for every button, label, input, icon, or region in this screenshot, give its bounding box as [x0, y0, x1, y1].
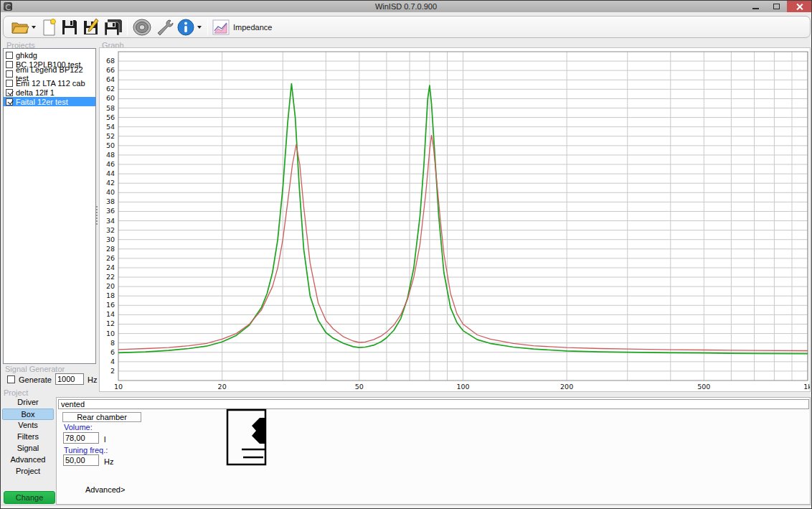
y-tick-label: 68	[106, 57, 115, 65]
save-as-button[interactable]	[80, 17, 102, 37]
y-tick-label: 26	[106, 254, 115, 262]
open-project-button[interactable]	[9, 17, 31, 37]
tab-box[interactable]: Box	[2, 408, 54, 420]
y-tick-label: 54	[106, 123, 115, 131]
project-checkbox[interactable]	[6, 80, 13, 87]
y-tick-label: 66	[106, 66, 115, 74]
open-folder-icon	[11, 19, 29, 36]
toolbar-separator	[207, 19, 208, 36]
project-list-item[interactable]: emi Legend BP122 test	[4, 69, 95, 78]
close-icon	[796, 4, 803, 10]
projects-list: ghkdgBC 12PLB100 testemi Legend BP122 te…	[3, 48, 96, 364]
project-tabs: DriverBoxVentsFiltersSignalAdvancedProje…	[1, 397, 55, 477]
project-list-item[interactable]: delta 12lf 1	[4, 88, 95, 97]
y-tick-label: 50	[106, 141, 115, 149]
project-checkbox[interactable]	[6, 52, 13, 59]
generate-checkbox[interactable]	[7, 375, 15, 383]
new-project-button[interactable]	[39, 17, 59, 37]
y-tick-label: 42	[106, 179, 115, 187]
save-button[interactable]	[59, 17, 80, 37]
minimize-button[interactable]	[745, 1, 766, 12]
y-tick-label: 38	[106, 197, 115, 205]
minimize-icon	[752, 8, 759, 9]
generate-label: Generate	[19, 375, 52, 384]
save-all-button[interactable]	[102, 17, 124, 37]
x-tick-label: 100	[456, 383, 469, 391]
x-tick-label: 50	[355, 383, 364, 391]
y-tick-label: 64	[106, 75, 115, 83]
open-dropdown-arrow-icon[interactable]	[32, 26, 36, 29]
new-file-icon	[40, 18, 57, 37]
wrench-icon	[155, 18, 174, 37]
tab-vents[interactable]: Vents	[2, 420, 54, 431]
diagram-speaker-cone	[252, 418, 260, 444]
project-label: delta 12lf 1	[16, 88, 55, 97]
about-button[interactable]	[175, 17, 197, 37]
advanced-link[interactable]: Advanced>	[85, 485, 125, 494]
signal-frequency-unit: Hz	[88, 375, 97, 384]
save-floppy-icon	[60, 18, 79, 37]
y-tick-label: 14	[106, 310, 115, 318]
titlebar: WinISD 0.7.0.900	[1, 1, 811, 12]
tab-filters[interactable]: Filters	[2, 431, 54, 443]
y-tick-label: 22	[106, 273, 115, 281]
y-tick-label: 62	[106, 85, 115, 93]
tab-driver[interactable]: Driver	[2, 397, 54, 408]
signal-frequency-input[interactable]	[55, 373, 84, 385]
project-label: ghkdg	[16, 51, 37, 60]
impedance-chart-icon	[212, 19, 230, 35]
y-tick-label: 58	[106, 104, 115, 112]
y-tick-label: 40	[106, 188, 115, 196]
box-type-field[interactable]	[58, 399, 809, 409]
project-checkbox[interactable]	[6, 98, 13, 106]
change-button[interactable]: Change	[4, 491, 55, 504]
signal-generator-group-label: Signal Generator	[5, 365, 65, 373]
y-tick-label: 30	[106, 235, 115, 243]
options-button[interactable]	[154, 17, 175, 37]
y-tick-label: 16	[106, 301, 115, 309]
project-list-item[interactable]: Emi 12 LTA 112 cab	[4, 78, 95, 88]
y-tick-label: 44	[106, 169, 115, 177]
y-tick-label: 46	[106, 160, 115, 168]
save-as-floppy-pencil-icon	[82, 18, 100, 37]
y-tick-label: 52	[106, 132, 115, 140]
graph-type-label: Impedance	[233, 23, 272, 32]
diagram-speaker-magnet	[260, 418, 265, 444]
y-tick-label: 32	[106, 226, 115, 234]
project-label: Faital 12er test	[16, 98, 68, 106]
box-diagram	[226, 408, 268, 466]
impedance-chart: 2468101214161820222426283032343638404244…	[100, 48, 810, 391]
y-tick-label: 4	[110, 358, 115, 365]
project-group-label: Project	[4, 388, 28, 397]
app-window: WinISD 0.7.0.900	[0, 0, 812, 509]
tab-project[interactable]: Project	[2, 466, 54, 477]
graph-type-button[interactable]: Impedance	[211, 17, 273, 37]
project-list-item[interactable]: Faital 12er test	[4, 97, 95, 106]
y-tick-label: 12	[106, 319, 115, 327]
y-tick-label: 60	[106, 94, 115, 102]
about-dropdown-arrow-icon[interactable]	[197, 26, 202, 29]
volume-unit: l	[104, 435, 105, 444]
maximize-button[interactable]	[766, 1, 787, 12]
info-icon	[176, 18, 195, 37]
rear-chamber-button[interactable]: Rear chamber	[62, 412, 141, 422]
x-tick-label: 10	[114, 383, 123, 391]
tuning-freq-input[interactable]	[63, 454, 99, 466]
tuning-freq-unit: Hz	[104, 457, 113, 466]
y-tick-label: 24	[106, 263, 115, 271]
volume-input[interactable]	[63, 432, 99, 444]
project-checkbox[interactable]	[6, 89, 13, 96]
x-tick-label: 500	[697, 383, 710, 391]
project-checkbox[interactable]	[6, 61, 13, 68]
project-list-item[interactable]: ghkdg	[4, 50, 95, 60]
close-button[interactable]	[787, 1, 811, 12]
y-tick-label: 10	[106, 330, 115, 337]
y-tick-label: 48	[106, 151, 115, 159]
tab-signal[interactable]: Signal	[2, 443, 54, 454]
y-tick-label: 2	[110, 367, 115, 375]
project-checkbox[interactable]	[6, 70, 13, 78]
y-tick-label: 36	[106, 207, 115, 215]
volume-label: Volume:	[64, 423, 93, 431]
driver-database-button[interactable]	[131, 17, 154, 37]
tab-advanced[interactable]: Advanced	[2, 454, 54, 466]
